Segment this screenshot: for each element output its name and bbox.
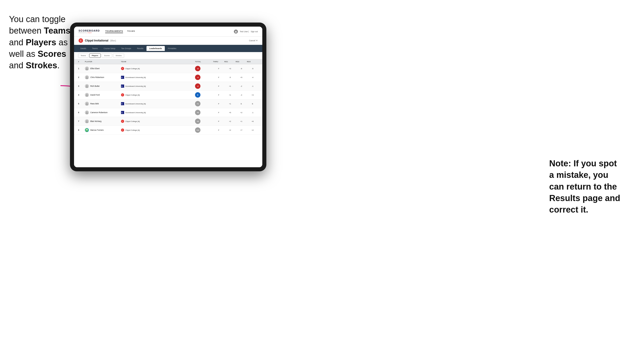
svg-point-18 <box>86 129 87 130</box>
tab-results[interactable]: Results <box>134 46 146 51</box>
table-header: # PLAYER TEAM TOTAL THRU RD1 RD2 RD3 <box>74 59 262 64</box>
rd1: +3 <box>224 68 236 70</box>
team-name: Clippd College [A] <box>125 129 140 131</box>
rd2: +1 <box>236 120 247 122</box>
svg-point-13 <box>86 111 88 113</box>
table-row: 5 Rees Britt S Scoreboard University [A]… <box>74 99 262 108</box>
svg-text:S: S <box>122 77 122 78</box>
right-annotation: Note: If you spot a mistake, you can ret… <box>549 158 635 215</box>
svg-point-2 <box>86 67 88 69</box>
rank: 4 <box>78 94 85 96</box>
player-cell: Blair McHarg <box>85 119 121 123</box>
player-cell: Rees Britt <box>85 102 121 106</box>
app-header: SCOREBOARD Powered by clippd TOURNAMENTS… <box>74 27 262 36</box>
sub-tab-scores[interactable]: Scores <box>102 53 112 58</box>
svg-text:S: S <box>122 112 122 113</box>
thru: F <box>213 103 224 105</box>
avatar <box>85 119 89 123</box>
tab-details[interactable]: Details <box>78 46 89 51</box>
tab-course-setup[interactable]: Course Setup <box>101 46 118 51</box>
tab-teams[interactable]: Teams <box>90 46 100 51</box>
tab-tee-groups[interactable]: Tee Groups <box>118 46 134 51</box>
sub-tab-strokes[interactable]: Strokes <box>113 53 124 58</box>
table-row: 6 Cameron Robertson S Scoreboard Univers… <box>74 108 262 117</box>
left-annotation: You can toggle between Teams and Players… <box>9 13 72 71</box>
player-name: Chris Robertson <box>90 76 104 78</box>
sub-tab-players[interactable]: Players <box>90 53 101 58</box>
svg-text:S: S <box>122 85 122 87</box>
thru: F <box>213 76 224 78</box>
team-cell: C Clippd College [A] <box>121 129 195 132</box>
rd3: E <box>247 103 258 105</box>
svg-point-6 <box>86 85 88 86</box>
player-name: Rich Butler <box>90 85 100 87</box>
rd3: +6 <box>247 120 258 122</box>
team-name: Scoreboard University [A] <box>125 103 146 105</box>
team-name: Clippd College [A] <box>125 68 140 70</box>
col-player: PLAYER <box>85 61 121 63</box>
rd2: -6 <box>236 68 247 70</box>
svg-point-16 <box>86 120 88 122</box>
team-name: Clippd College [A] <box>125 120 140 122</box>
tournament-name: Clippd Invitational <box>85 39 108 42</box>
player-cell: Rich Butler <box>85 84 121 88</box>
table-row: 4 David Ford C Clippd College [A] E F +1… <box>74 91 262 99</box>
avatar <box>85 93 89 97</box>
team-name: Scoreboard University [A] <box>125 85 146 87</box>
team-logo: S <box>121 102 124 105</box>
tab-bar: Details Teams Course Setup Tee Groups Re… <box>74 45 262 52</box>
team-logo: S <box>121 76 124 79</box>
logo-brand: clippd <box>87 32 92 33</box>
tablet-screen: SCOREBOARD Powered by clippd TOURNAMENTS… <box>74 27 262 167</box>
svg-point-10 <box>86 103 88 104</box>
table-row: 7 Blair McHarg C Clippd College [A] +8 F… <box>74 117 262 126</box>
player-name: Cameron Robertson <box>90 111 108 114</box>
rd3: -5 <box>247 68 258 70</box>
rd1: +1 <box>224 103 236 105</box>
rd1: +2 <box>224 129 236 131</box>
tab-printables[interactable]: Printables <box>165 46 179 51</box>
team-logo: C <box>121 120 124 123</box>
rd2: +2 <box>236 112 247 114</box>
rd3: +3 <box>247 94 258 96</box>
user-avatar <box>234 29 238 34</box>
table-row: 3 Rich Butler S Scoreboard University [A… <box>74 82 262 91</box>
total-score: -4 <box>195 75 200 80</box>
player-cell: Cameron Robertson <box>85 110 121 115</box>
col-rank: # <box>78 61 85 63</box>
rank: 1 <box>78 67 85 70</box>
thru: F <box>213 112 224 114</box>
sub-tab-bar: Teams Players Scores Strokes <box>74 52 262 59</box>
col-rd3: RD3 <box>247 61 258 63</box>
rank: 3 <box>78 85 85 87</box>
thru: F <box>213 120 224 122</box>
table-row: 1 Elliot Ebert C Clippd College [A] -8 F… <box>74 64 262 73</box>
team-logo: S <box>121 85 124 88</box>
team-logo: C <box>121 129 124 132</box>
team-cell: C Clippd College [A] <box>121 93 195 96</box>
logo-main: SCOREBOARD <box>78 29 100 32</box>
total-score: +6 <box>195 110 200 115</box>
rd2: -4 <box>236 94 247 96</box>
team-cell: C Clippd College [A] <box>121 67 195 70</box>
logo-sub: Powered by clippd <box>78 32 100 33</box>
sign-out-link[interactable]: Sign out <box>251 30 258 33</box>
nav-teams[interactable]: TEAMS <box>127 30 135 33</box>
svg-point-9 <box>86 94 88 95</box>
cancel-button[interactable]: Cancel ✕ <box>249 39 258 42</box>
nav-tournaments[interactable]: TOURNAMENTS <box>105 30 123 33</box>
col-rd2: RD2 <box>236 61 247 63</box>
rd1: +5 <box>224 112 236 114</box>
tournament-header: C Clippd Invitational (Men) Cancel ✕ <box>74 36 262 45</box>
header-right: Test User | Sign out <box>234 29 258 34</box>
svg-point-3 <box>86 76 88 78</box>
svg-text:S: S <box>122 103 122 105</box>
team-logo: C <box>121 67 124 70</box>
sub-tab-teams[interactable]: Teams <box>78 53 88 58</box>
team-logo: C <box>121 93 124 96</box>
team-cell: S Scoreboard University [A] <box>121 102 195 105</box>
rank: 6 <box>78 111 85 114</box>
tab-leaderboards[interactable]: Leaderboards <box>146 46 164 51</box>
rd1: +1 <box>224 94 236 96</box>
total-score: +1 <box>195 101 200 106</box>
